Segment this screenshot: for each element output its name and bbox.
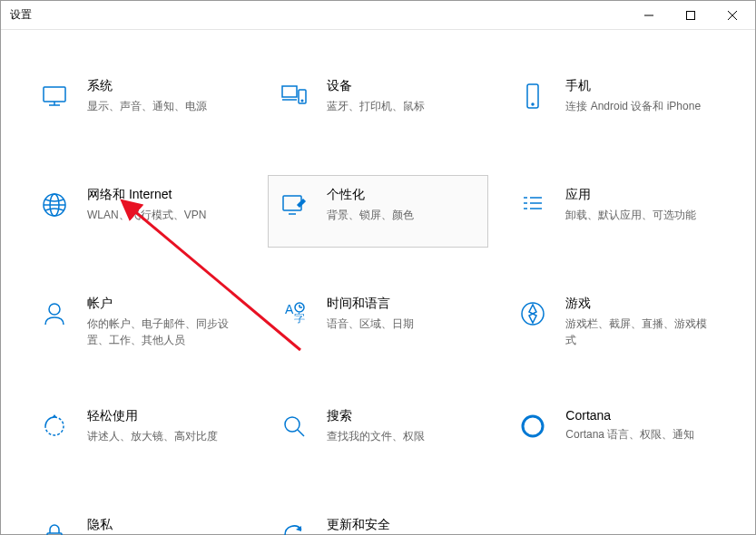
item-desc: Cortana 语言、权限、通知: [565, 426, 718, 443]
settings-text: Cortana Cortana 语言、权限、通知: [565, 408, 718, 443]
network-icon: [38, 189, 71, 221]
minimize-button[interactable]: [628, 1, 670, 30]
settings-text: 设备 蓝牙、打印机、鼠标: [327, 78, 479, 114]
settings-item-ease[interactable]: 轻松使用 讲述人、放大镜、高对比度: [28, 396, 250, 469]
settings-text: 搜索 查找我的文件、权限: [327, 408, 479, 444]
privacy-icon: [38, 519, 71, 535]
item-title: 系统: [87, 78, 240, 94]
titlebar: 设置: [1, 1, 755, 30]
window-controls: [628, 1, 753, 29]
maximize-button[interactable]: [670, 1, 712, 30]
item-title: 应用: [565, 187, 718, 203]
apps-icon: [516, 189, 549, 221]
update-icon: [278, 519, 310, 535]
personalization-icon: [278, 189, 310, 221]
settings-window: 设置: [0, 0, 756, 535]
svg-rect-4: [44, 87, 65, 102]
phone-icon: [516, 80, 549, 112]
item-title: 网络和 Internet: [87, 187, 240, 203]
settings-text: 游戏 游戏栏、截屏、直播、游戏模式: [565, 296, 718, 348]
item-title: 手机: [565, 78, 718, 94]
settings-content: 系统 显示、声音、通知、电源 设备 蓝牙、打印机、鼠标: [1, 30, 755, 535]
item-desc: 蓝牙、打印机、鼠标: [327, 98, 479, 114]
settings-text: 轻松使用 讲述人、放大镜、高对比度: [87, 408, 240, 444]
svg-text:A: A: [285, 302, 294, 316]
settings-item-privacy[interactable]: 隐私 位置、相机、麦克风: [28, 505, 250, 535]
item-title: 隐私: [87, 517, 240, 533]
item-desc: 显示、声音、通知、电源: [87, 98, 240, 114]
window-title: 设置: [10, 7, 628, 23]
settings-text: 隐私 位置、相机、麦克风: [87, 517, 240, 535]
devices-icon: [278, 80, 310, 112]
accounts-icon: [38, 297, 71, 330]
item-title: 搜索: [327, 408, 479, 424]
settings-text: 系统 显示、声音、通知、电源: [87, 78, 240, 114]
settings-item-phone[interactable]: 手机 连接 Android 设备和 iPhone: [506, 66, 728, 139]
settings-text: 个性化 背景、锁屏、颜色: [327, 187, 479, 223]
item-title: 更新和安全: [327, 517, 479, 533]
time-icon: A 字: [278, 297, 310, 330]
close-button[interactable]: [712, 1, 753, 30]
gaming-icon: [516, 297, 549, 330]
settings-text: 帐户 你的帐户、电子邮件、同步设置、工作、其他人员: [87, 296, 240, 348]
settings-grid: 系统 显示、声音、通知、电源 设备 蓝牙、打印机、鼠标: [28, 66, 728, 535]
ease-icon: [38, 410, 71, 443]
svg-rect-7: [282, 86, 297, 97]
item-title: 轻松使用: [87, 408, 240, 424]
item-desc: 查找我的文件、权限: [327, 428, 479, 444]
settings-item-cortana[interactable]: Cortana Cortana 语言、权限、通知: [506, 396, 728, 469]
settings-item-system[interactable]: 系统 显示、声音、通知、电源: [28, 66, 250, 139]
settings-item-network[interactable]: 网络和 Internet WLAN、飞行模式、VPN: [28, 175, 250, 248]
item-title: 时间和语言: [327, 296, 479, 312]
svg-text:字: 字: [294, 312, 305, 325]
settings-text: 应用 卸载、默认应用、可选功能: [565, 187, 718, 223]
item-desc: 游戏栏、截屏、直播、游戏模式: [565, 316, 718, 348]
item-desc: 卸载、默认应用、可选功能: [565, 207, 718, 223]
svg-point-10: [301, 100, 303, 102]
settings-text: 手机 连接 Android 设备和 iPhone: [565, 78, 718, 114]
settings-text: 网络和 Internet WLAN、飞行模式、VPN: [87, 187, 240, 223]
settings-item-personalization[interactable]: 个性化 背景、锁屏、颜色: [268, 175, 489, 248]
svg-rect-1: [687, 12, 695, 20]
item-desc: 你的帐户、电子邮件、同步设置、工作、其他人员: [87, 316, 240, 348]
svg-point-12: [532, 103, 534, 105]
settings-item-accounts[interactable]: 帐户 你的帐户、电子邮件、同步设置、工作、其他人员: [28, 284, 250, 360]
cortana-icon: [516, 410, 549, 443]
settings-text: 更新和安全 Windows 更新、恢复、备份: [327, 517, 479, 535]
item-desc: 语音、区域、日期: [327, 316, 479, 332]
system-icon: [38, 80, 71, 112]
svg-point-24: [49, 304, 60, 315]
item-desc: 讲述人、放大镜、高对比度: [87, 428, 240, 444]
svg-point-32: [285, 417, 299, 432]
item-title: 帐户: [87, 296, 240, 312]
settings-item-gaming[interactable]: 游戏 游戏栏、截屏、直播、游戏模式: [506, 284, 728, 360]
item-title: Cortana: [565, 408, 718, 423]
settings-item-search[interactable]: 搜索 查找我的文件、权限: [268, 396, 489, 469]
svg-line-33: [298, 430, 304, 436]
search-icon: [278, 410, 310, 443]
svg-point-34: [523, 416, 543, 436]
settings-text: 时间和语言 语音、区域、日期: [327, 296, 479, 332]
item-title: 设备: [327, 78, 479, 94]
item-desc: 背景、锁屏、颜色: [327, 207, 479, 223]
settings-item-time[interactable]: A 字 时间和语言 语音、区域、日期: [268, 284, 489, 360]
settings-item-apps[interactable]: 应用 卸载、默认应用、可选功能: [506, 175, 728, 248]
item-desc: 连接 Android 设备和 iPhone: [565, 98, 718, 114]
item-title: 游戏: [565, 296, 718, 312]
settings-item-update[interactable]: 更新和安全 Windows 更新、恢复、备份: [268, 505, 489, 535]
item-title: 个性化: [327, 187, 479, 203]
settings-item-devices[interactable]: 设备 蓝牙、打印机、鼠标: [268, 66, 489, 139]
item-desc: WLAN、飞行模式、VPN: [87, 207, 240, 223]
